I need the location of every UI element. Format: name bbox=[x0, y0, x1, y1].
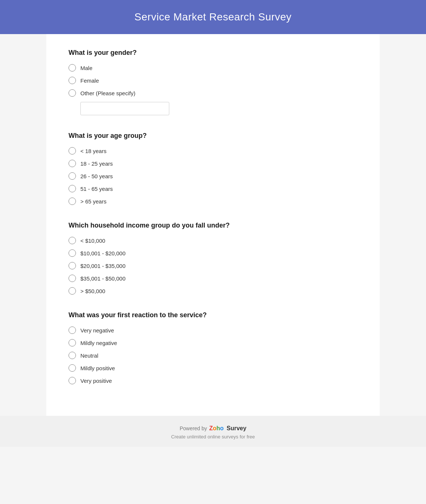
radio-option-mildly-positive[interactable]: Mildly positive bbox=[69, 364, 357, 372]
question-gender-title: What is your gender? bbox=[69, 49, 357, 57]
radio-option-35kto50k[interactable]: $35,001 - $50,000 bbox=[69, 275, 357, 282]
radio-label-neutral: Neutral bbox=[80, 352, 98, 359]
other-gender-input[interactable] bbox=[80, 102, 169, 115]
radio-neutral[interactable] bbox=[69, 352, 76, 359]
radio-option-over50k[interactable]: > $50,000 bbox=[69, 287, 357, 295]
radio-label-very-positive: Very positive bbox=[80, 378, 112, 384]
radio-51to65[interactable] bbox=[69, 185, 76, 192]
radio-20kto35k[interactable] bbox=[69, 262, 76, 269]
radio-label-under18: < 18 years bbox=[80, 148, 106, 154]
radio-18to25[interactable] bbox=[69, 160, 76, 167]
radio-mildly-negative[interactable] bbox=[69, 339, 76, 346]
radio-option-51to65[interactable]: 51 - 65 years bbox=[69, 185, 357, 192]
zoho-o2: o bbox=[220, 425, 224, 432]
radio-female[interactable] bbox=[69, 77, 76, 84]
survey-label: Survey bbox=[227, 425, 246, 431]
radio-label-other: Other (Please specify) bbox=[80, 90, 135, 96]
radio-label-35kto50k: $35,001 - $50,000 bbox=[80, 275, 126, 282]
question-income-title: Which household income group do you fall… bbox=[69, 222, 357, 229]
radio-mildly-positive[interactable] bbox=[69, 364, 76, 372]
radio-group-age: < 18 years 18 - 25 years 26 - 50 years 5… bbox=[69, 147, 357, 205]
radio-very-negative[interactable] bbox=[69, 326, 76, 334]
radio-label-over50k: > $50,000 bbox=[80, 288, 105, 294]
footer: Powered by Zoho Survey Create unlimited … bbox=[0, 416, 426, 447]
radio-group-gender: Male Female Other (Please specify) bbox=[69, 64, 357, 115]
radio-label-26to50: 26 - 50 years bbox=[80, 173, 113, 179]
radio-option-female[interactable]: Female bbox=[69, 77, 357, 84]
radio-26to50[interactable] bbox=[69, 172, 76, 180]
radio-option-over65[interactable]: > 65 years bbox=[69, 198, 357, 205]
radio-label-under10k: < $10,000 bbox=[80, 238, 105, 244]
radio-under18[interactable] bbox=[69, 147, 76, 155]
radio-label-mildly-negative: Mildly negative bbox=[80, 340, 117, 346]
zoho-logo: Zoho bbox=[209, 425, 224, 432]
header: Service Market Research Survey bbox=[0, 0, 426, 34]
radio-very-positive[interactable] bbox=[69, 377, 76, 384]
radio-under10k[interactable] bbox=[69, 237, 76, 244]
radio-option-under18[interactable]: < 18 years bbox=[69, 147, 357, 155]
powered-by-text: Powered by bbox=[180, 425, 207, 431]
radio-label-20kto35k: $20,001 - $35,000 bbox=[80, 263, 126, 269]
radio-option-male[interactable]: Male bbox=[69, 64, 357, 72]
survey-title: Service Market Research Survey bbox=[0, 11, 426, 23]
zoho-z: Z bbox=[209, 425, 213, 432]
radio-label-mildly-positive: Mildly positive bbox=[80, 365, 115, 371]
radio-over65[interactable] bbox=[69, 198, 76, 205]
radio-option-mildly-negative[interactable]: Mildly negative bbox=[69, 339, 357, 346]
radio-label-female: Female bbox=[80, 77, 99, 84]
radio-label-10kto20k: $10,001 - $20,000 bbox=[80, 250, 126, 256]
zoho-o1: o bbox=[213, 425, 217, 432]
question-age: What is your age group? < 18 years 18 - … bbox=[69, 132, 357, 205]
radio-option-other[interactable]: Other (Please specify) bbox=[69, 89, 357, 97]
radio-option-26to50[interactable]: 26 - 50 years bbox=[69, 172, 357, 180]
footer-powered-row: Powered by Zoho Survey bbox=[0, 425, 426, 432]
radio-option-18to25[interactable]: 18 - 25 years bbox=[69, 160, 357, 167]
radio-group-income: < $10,000 $10,001 - $20,000 $20,001 - $3… bbox=[69, 237, 357, 295]
question-income: Which household income group do you fall… bbox=[69, 222, 357, 295]
radio-label-18to25: 18 - 25 years bbox=[80, 160, 113, 167]
radio-option-very-positive[interactable]: Very positive bbox=[69, 377, 357, 384]
question-gender: What is your gender? Male Female Other (… bbox=[69, 49, 357, 115]
content-area: What is your gender? Male Female Other (… bbox=[46, 34, 380, 416]
question-age-title: What is your age group? bbox=[69, 132, 357, 140]
radio-group-reaction: Very negative Mildly negative Neutral Mi… bbox=[69, 326, 357, 384]
radio-option-very-negative[interactable]: Very negative bbox=[69, 326, 357, 334]
radio-35kto50k[interactable] bbox=[69, 275, 76, 282]
radio-option-neutral[interactable]: Neutral bbox=[69, 352, 357, 359]
radio-option-20kto35k[interactable]: $20,001 - $35,000 bbox=[69, 262, 357, 269]
radio-label-very-negative: Very negative bbox=[80, 327, 114, 334]
radio-option-10kto20k[interactable]: $10,001 - $20,000 bbox=[69, 249, 357, 257]
radio-over50k[interactable] bbox=[69, 287, 76, 295]
zoho-h: h bbox=[216, 425, 220, 432]
radio-label-male: Male bbox=[80, 65, 93, 71]
radio-10kto20k[interactable] bbox=[69, 249, 76, 257]
radio-option-under10k[interactable]: < $10,000 bbox=[69, 237, 357, 244]
radio-label-over65: > 65 years bbox=[80, 198, 106, 205]
question-reaction: What was your first reaction to the serv… bbox=[69, 311, 357, 384]
radio-male[interactable] bbox=[69, 64, 76, 72]
question-reaction-title: What was your first reaction to the serv… bbox=[69, 311, 357, 319]
radio-other[interactable] bbox=[69, 89, 76, 97]
radio-label-51to65: 51 - 65 years bbox=[80, 186, 113, 192]
footer-create-text: Create unlimited online surveys for free bbox=[0, 434, 426, 440]
